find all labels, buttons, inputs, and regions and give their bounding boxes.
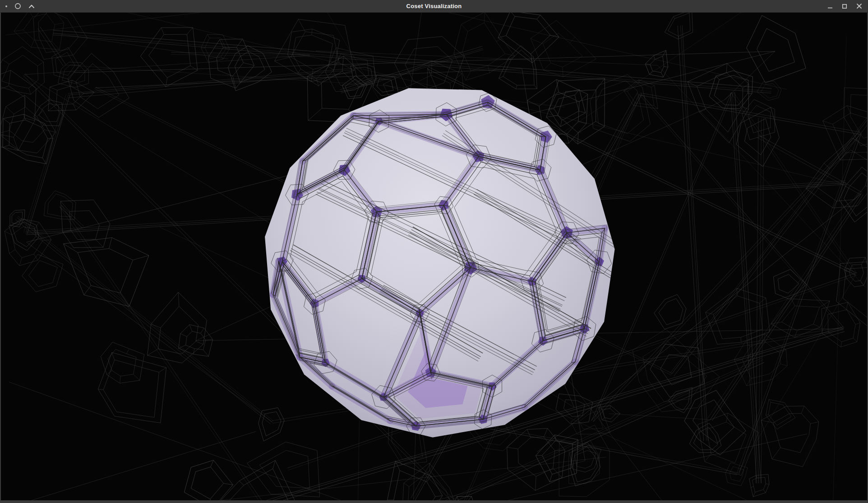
app-window: Coset Visualization bbox=[0, 0, 868, 503]
minimize-button[interactable] bbox=[827, 4, 833, 9]
record-circle-icon[interactable] bbox=[14, 3, 21, 9]
status-dot-icon bbox=[5, 5, 7, 7]
titlebar-right-group bbox=[827, 3, 868, 9]
window-title: Coset Visualization bbox=[0, 0, 868, 12]
coset-visualization-canvas[interactable] bbox=[1, 13, 867, 500]
titlebar[interactable]: Coset Visualization bbox=[0, 0, 868, 13]
maximize-button[interactable] bbox=[842, 4, 847, 9]
3d-viewport[interactable] bbox=[0, 13, 868, 503]
chevron-up-icon[interactable] bbox=[28, 4, 35, 9]
titlebar-left-group bbox=[0, 3, 35, 9]
close-button[interactable] bbox=[856, 3, 862, 9]
